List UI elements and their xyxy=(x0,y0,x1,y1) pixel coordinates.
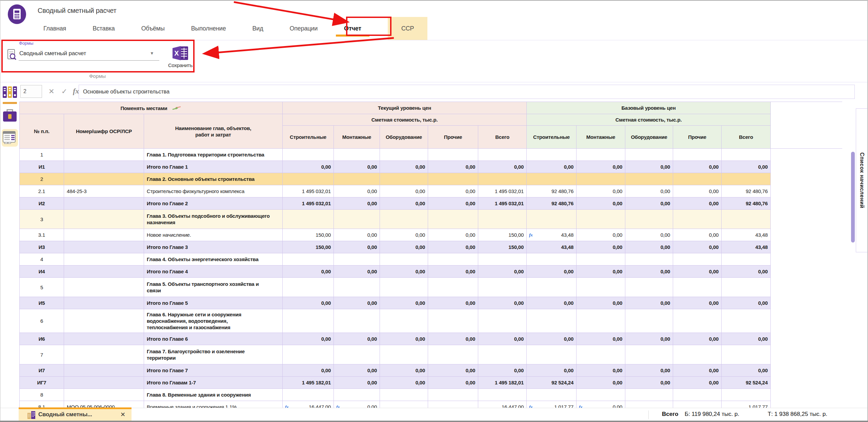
cell-num[interactable]: И7 xyxy=(20,364,64,377)
cell-base-3[interactable]: 0,00 xyxy=(673,377,722,389)
cell-num[interactable]: И6 xyxy=(20,333,64,345)
cell-cur-0[interactable]: 0,00 xyxy=(283,161,334,173)
cell-base-0[interactable] xyxy=(527,309,577,333)
cell-base-2[interactable] xyxy=(625,278,673,297)
cell-base-1[interactable]: 0,00 xyxy=(577,364,625,377)
cell-name[interactable]: Строительство физкультурного комплекса xyxy=(144,185,283,197)
cell-base-1[interactable] xyxy=(577,173,625,185)
cell-num[interactable]: 1 xyxy=(20,149,64,161)
cell-cur-0[interactable] xyxy=(283,149,334,161)
cell-cur-0[interactable] xyxy=(283,345,334,364)
cell-base-4[interactable]: 0,00 xyxy=(722,333,771,345)
cell-base-1[interactable] xyxy=(577,278,625,297)
cell-base-3[interactable]: 0,00 xyxy=(673,229,722,241)
cell-name[interactable]: Временные здания и сооружения 1,1% xyxy=(144,401,283,408)
chevron-down-icon[interactable]: ▾ xyxy=(150,50,153,56)
cell-base-0[interactable] xyxy=(527,149,577,161)
cell-code[interactable] xyxy=(64,309,144,333)
cell-cur-0[interactable]: 0,00 xyxy=(283,266,334,278)
cell-cur-2[interactable]: 0,00 xyxy=(380,185,428,197)
cell-cur-4[interactable] xyxy=(478,309,527,333)
table-row-1[interactable]: 1Глава 1. Подготовка территории строител… xyxy=(20,149,843,161)
cell-base-1[interactable]: 0,00 xyxy=(577,297,625,309)
cell-cur-0[interactable]: 0,00 xyxy=(283,297,334,309)
cell-cur-0[interactable]: 1 495 032,01 xyxy=(283,197,334,210)
cell-name[interactable]: Глава 4. Объекты энергетического хозяйст… xyxy=(144,253,283,266)
cell-base-1[interactable]: 0,00 xyxy=(577,266,625,278)
cell-base-0[interactable]: 92 524,24 xyxy=(527,377,577,389)
cell-base-2[interactable]: 0,00 xyxy=(625,229,673,241)
table-row-8.1[interactable]: 8.1МОО 05.05.006-0000Временные здания и … xyxy=(20,401,843,408)
cell-cur-3[interactable] xyxy=(428,401,478,408)
cell-base-2[interactable]: 0,00 xyxy=(625,364,673,377)
table-row-И1[interactable]: И1Итого по Главе 10,000,000,000,000,000,… xyxy=(20,161,843,173)
cell-name[interactable]: Итого по Главе 1 xyxy=(144,161,283,173)
cell-num[interactable]: 2 xyxy=(20,173,64,185)
cell-base-2[interactable]: 0,00 xyxy=(625,185,673,197)
cell-cur-1[interactable]: 0,00 xyxy=(334,297,380,309)
cell-base-1[interactable]: 0,00 xyxy=(577,197,625,210)
cell-name[interactable]: Итого по Главе 3 xyxy=(144,241,283,253)
cell-code[interactable]: МОО 05.05.006-0000 xyxy=(64,401,144,408)
cell-base-3[interactable] xyxy=(673,210,722,229)
tab-Вид[interactable]: Вид xyxy=(253,17,263,40)
cell-cur-1[interactable]: 0,00 xyxy=(334,185,380,197)
cell-cur-0[interactable]: 0,00 xyxy=(283,364,334,377)
tab-Главная[interactable]: Главная xyxy=(43,17,66,40)
cell-cur-1[interactable] xyxy=(334,149,380,161)
cell-num[interactable]: 4 xyxy=(20,253,64,266)
cell-cur-1[interactable] xyxy=(334,345,380,364)
cell-cur-3[interactable]: 0,00 xyxy=(428,297,478,309)
tab-Отчет[interactable]: Отчет xyxy=(344,17,361,40)
cell-base-3[interactable]: 0,00 xyxy=(673,297,722,309)
cell-base-1[interactable] xyxy=(577,253,625,266)
cell-cur-0[interactable] xyxy=(283,253,334,266)
cell-cur-0[interactable]: 1 495 182,01 xyxy=(283,377,334,389)
cell-code[interactable] xyxy=(64,297,144,309)
cell-base-0[interactable]: fx43,48 xyxy=(527,229,577,241)
cell-base-0[interactable]: 0,00 xyxy=(527,266,577,278)
accruals-list-tab[interactable]: Список начислений xyxy=(856,108,868,252)
table-row-2[interactable]: 2Глава 2. Основные объекты строительства xyxy=(20,173,843,185)
cell-name[interactable]: Итого по Главе 7 xyxy=(144,364,283,377)
cell-cur-2[interactable] xyxy=(380,173,428,185)
cell-base-3[interactable]: 0,00 xyxy=(673,266,722,278)
cell-cur-1[interactable] xyxy=(334,278,380,297)
cell-code[interactable] xyxy=(64,364,144,377)
cell-cur-4[interactable]: 0,00 xyxy=(478,297,527,309)
tab-Вставка[interactable]: Вставка xyxy=(93,17,115,40)
cell-cur-2[interactable]: 0,00 xyxy=(380,333,428,345)
cell-code[interactable] xyxy=(64,149,144,161)
document-tab[interactable]: Сводный сметны... ✕ xyxy=(19,407,132,421)
table-row-8[interactable]: 8Глава 8. Временные здания и сооружения xyxy=(20,389,843,401)
cell-base-3[interactable]: 0,00 xyxy=(673,161,722,173)
close-icon[interactable]: ✕ xyxy=(120,411,125,418)
cell-cur-4[interactable]: 0,00 xyxy=(478,364,527,377)
cell-base-3[interactable] xyxy=(673,253,722,266)
table-row-И5[interactable]: И5Итого по Главе 50,000,000,000,000,000,… xyxy=(20,297,843,309)
cell-cur-3[interactable] xyxy=(428,253,478,266)
cell-cur-0[interactable]: 150,00 xyxy=(283,229,334,241)
cell-code[interactable] xyxy=(64,345,144,364)
cell-base-0[interactable]: 43,48 xyxy=(527,241,577,253)
cell-cur-4[interactable] xyxy=(478,210,527,229)
cell-base-2[interactable] xyxy=(625,309,673,333)
cell-base-2[interactable] xyxy=(625,173,673,185)
table-row-2.1[interactable]: 2.1484-25-3Строительство физкультурного … xyxy=(20,185,843,197)
cell-num[interactable]: 8 xyxy=(20,389,64,401)
cell-base-3[interactable]: 0,00 xyxy=(673,364,722,377)
save-excel-button[interactable]: X Сохранить xyxy=(167,45,194,70)
cell-base-2[interactable] xyxy=(625,210,673,229)
cell-name[interactable]: Глава 8. Временные здания и сооружения xyxy=(144,389,283,401)
cell-cur-1[interactable] xyxy=(334,210,380,229)
cell-base-0[interactable] xyxy=(527,210,577,229)
cell-base-0[interactable] xyxy=(527,345,577,364)
tab-ССР[interactable]: ССР xyxy=(388,17,427,40)
cell-base-3[interactable]: 0,00 xyxy=(673,241,722,253)
cell-cur-2[interactable] xyxy=(380,253,428,266)
cell-code[interactable] xyxy=(64,241,144,253)
cell-num[interactable]: ИГ7 xyxy=(20,377,64,389)
cell-num[interactable]: 6 xyxy=(20,309,64,333)
cell-num[interactable]: И5 xyxy=(20,297,64,309)
cell-cur-4[interactable] xyxy=(478,173,527,185)
